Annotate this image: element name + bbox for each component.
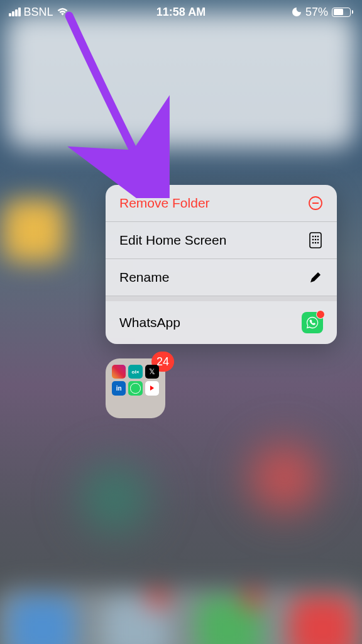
whatsapp-folder-icon bbox=[128, 381, 142, 395]
svg-point-10 bbox=[315, 242, 317, 244]
menu-label: WhatsApp bbox=[119, 315, 180, 330]
do-not-disturb-icon bbox=[292, 7, 302, 17]
svg-point-6 bbox=[312, 239, 314, 241]
rename-item[interactable]: Rename bbox=[106, 259, 337, 296]
status-bar: BSNL 11:58 AM 57% bbox=[0, 0, 362, 21]
svg-point-9 bbox=[312, 242, 314, 244]
battery-percent: 57% bbox=[305, 6, 328, 19]
battery-icon bbox=[332, 8, 353, 17]
whatsapp-icon bbox=[302, 312, 323, 333]
menu-separator bbox=[106, 296, 337, 301]
app-folder[interactable]: 24 bbox=[106, 358, 165, 418]
svg-point-7 bbox=[315, 239, 317, 241]
linkedin-icon bbox=[112, 381, 126, 395]
youtube-icon bbox=[145, 381, 159, 395]
svg-point-4 bbox=[315, 236, 317, 238]
menu-label: Rename bbox=[119, 270, 169, 285]
apps-icon bbox=[308, 233, 323, 248]
clock-time: 11:58 AM bbox=[156, 6, 206, 19]
carrier-label: BSNL bbox=[24, 6, 53, 19]
edit-home-screen-item[interactable]: Edit Home Screen bbox=[106, 222, 337, 259]
svg-point-5 bbox=[317, 236, 319, 238]
annotation-arrow bbox=[47, 9, 185, 198]
remove-icon bbox=[308, 196, 323, 211]
x-icon bbox=[145, 365, 159, 379]
whatsapp-item[interactable]: WhatsApp bbox=[106, 301, 337, 344]
svg-point-8 bbox=[317, 239, 319, 241]
menu-label: Edit Home Screen bbox=[119, 233, 226, 248]
signal-icon bbox=[9, 8, 21, 16]
svg-point-11 bbox=[317, 242, 319, 244]
instagram-icon bbox=[112, 365, 126, 379]
wifi-icon bbox=[57, 8, 69, 16]
svg-point-3 bbox=[312, 236, 314, 238]
folder-context-menu: Remove Folder Edit Home Screen Rename Wh… bbox=[106, 185, 337, 344]
pencil-icon bbox=[308, 270, 323, 285]
olx-icon bbox=[128, 365, 142, 379]
